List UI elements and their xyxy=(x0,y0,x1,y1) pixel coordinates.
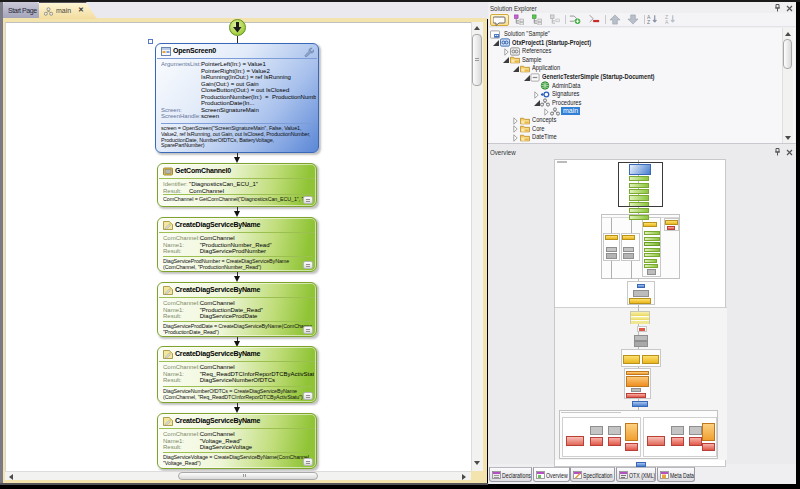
svg-text:Z: Z xyxy=(647,19,650,25)
svg-text:A: A xyxy=(665,19,669,25)
